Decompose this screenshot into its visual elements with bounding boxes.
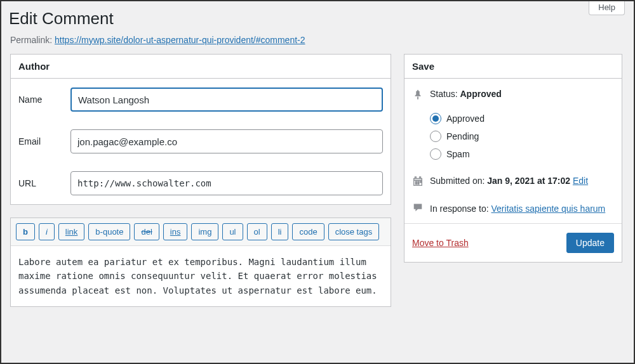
ed-btn-close[interactable]: close tags [328, 223, 380, 240]
url-input[interactable] [70, 171, 383, 195]
ed-btn-b[interactable]: b [16, 223, 35, 240]
update-button[interactable]: Update [566, 233, 614, 253]
radio-approved-label: Approved [446, 114, 485, 124]
author-heading: Author [18, 61, 383, 72]
status-radio-group: Approved Pending Spam [412, 108, 614, 169]
submitted-row: Submitted on: Jan 9, 2021 at 17:02 Edit [412, 169, 614, 195]
email-label: Email [11, 120, 63, 162]
author-box: Author Name Email URL [10, 54, 391, 205]
radio-approved-input[interactable] [430, 113, 441, 124]
ed-btn-li[interactable]: li [271, 223, 289, 240]
status-value: Approved [460, 89, 501, 99]
response-link[interactable]: Veritatis sapiente quis harum [491, 204, 606, 214]
edit-date-link[interactable]: Edit [573, 176, 588, 186]
page-title: Edit Comment [1, 1, 634, 35]
pin-icon [412, 89, 424, 102]
radio-spam-label: Spam [446, 149, 470, 159]
comment-icon [412, 202, 424, 215]
help-button[interactable]: Help [589, 0, 625, 15]
editor-box: b i link b-quote del ins img ul ol li co… [10, 218, 391, 307]
status-label: Status: [430, 89, 458, 99]
ed-btn-bquote[interactable]: b-quote [88, 223, 130, 240]
ed-btn-ul[interactable]: ul [222, 223, 243, 240]
submitted-value: Jan 9, 2021 at 17:02 [487, 176, 570, 186]
radio-spam-input[interactable] [430, 148, 441, 160]
status-row: Status: Approved [412, 82, 614, 108]
permalink-link[interactable]: https://mywp.site/dolor-ut-aspernatur-qu… [55, 35, 305, 45]
ed-btn-ol[interactable]: ol [247, 223, 267, 240]
submitted-label: Submitted on: [430, 176, 485, 186]
editor-textarea[interactable]: Labore autem ea pariatur et ex temporibu… [11, 246, 391, 306]
save-heading: Save [412, 61, 614, 72]
editor-toolbar: b i link b-quote del ins img ul ol li co… [11, 218, 391, 246]
permalink-row: Permalink: https://mywp.site/dolor-ut-as… [1, 35, 634, 54]
radio-pending-input[interactable] [430, 131, 441, 142]
ed-btn-del[interactable]: del [134, 223, 159, 240]
radio-spam[interactable]: Spam [430, 145, 614, 163]
ed-btn-img[interactable]: img [191, 223, 218, 240]
ed-btn-link[interactable]: link [58, 223, 85, 240]
ed-btn-code[interactable]: code [292, 223, 324, 240]
save-box: Save Status: Approved Approved [404, 54, 622, 263]
response-label: In response to: [430, 204, 489, 214]
url-label: URL [11, 162, 63, 204]
radio-pending-label: Pending [446, 131, 479, 141]
ed-btn-i[interactable]: i [39, 223, 55, 240]
move-to-trash-link[interactable]: Move to Trash [412, 238, 469, 248]
radio-approved[interactable]: Approved [430, 110, 614, 127]
permalink-label: Permalink: [10, 35, 52, 45]
author-heading-row: Author [11, 55, 391, 79]
radio-pending[interactable]: Pending [430, 127, 614, 145]
response-row: In response to: Veritatis sapiente quis … [412, 195, 614, 223]
name-input[interactable] [70, 88, 383, 112]
name-label: Name [11, 79, 63, 120]
calendar-icon [412, 176, 424, 189]
ed-btn-ins[interactable]: ins [163, 223, 188, 240]
email-input[interactable] [70, 129, 383, 153]
